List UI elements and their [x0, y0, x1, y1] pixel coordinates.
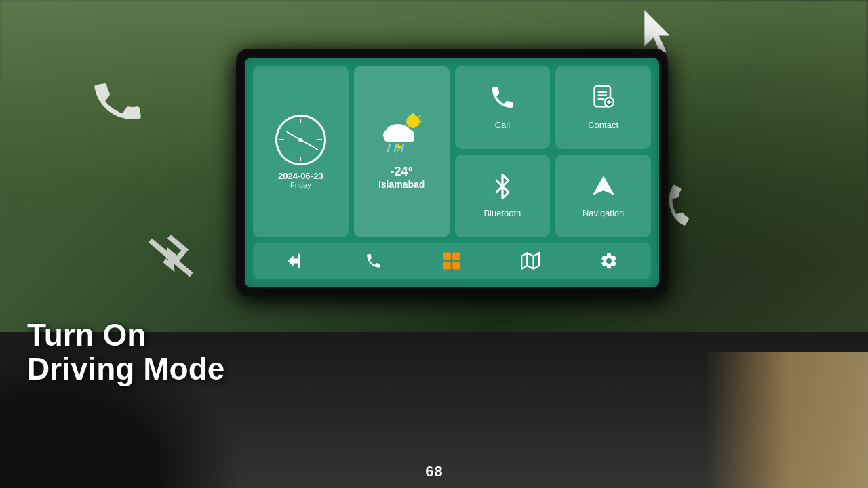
navigation-tile[interactable]: Navigation: [555, 155, 651, 238]
svg-rect-25: [443, 262, 451, 269]
weather-city: Islamabad: [378, 179, 425, 190]
nav-exit[interactable]: [258, 248, 332, 274]
svg-rect-23: [443, 253, 451, 260]
svg-marker-13: [395, 142, 402, 154]
weather-temperature: -24°: [391, 165, 413, 179]
bluetooth-label: Bluetooth: [484, 208, 521, 218]
bluetooth-tile[interactable]: Bluetooth: [455, 155, 551, 238]
clock-center-dot: [298, 138, 302, 142]
bottom-nav-bar: [253, 243, 651, 279]
svg-point-2: [406, 115, 420, 128]
main-grid: 2024-06-23 Friday: [253, 66, 651, 237]
contact-tile[interactable]: Contact: [555, 66, 651, 149]
temp-value: 68: [425, 464, 443, 481]
svg-line-12: [401, 144, 403, 151]
svg-marker-21: [593, 176, 614, 195]
contact-label: Contact: [588, 120, 618, 130]
svg-rect-22: [298, 254, 300, 268]
minute-hand: [300, 139, 319, 150]
svg-rect-26: [453, 262, 460, 269]
call-icon: [489, 84, 516, 117]
weather-icon: [378, 113, 425, 162]
weather-tile[interactable]: -24° Islamabad: [354, 66, 450, 237]
nav-phone[interactable]: [337, 248, 410, 274]
nav-settings[interactable]: [572, 248, 646, 274]
clock-tile[interactable]: 2024-06-23 Friday: [253, 66, 349, 237]
driving-mode-line2: Driving Mode: [27, 352, 224, 386]
driving-mode-line1: Turn On: [27, 318, 224, 352]
call-label: Call: [495, 120, 510, 130]
svg-marker-1: [644, 10, 670, 54]
contact-icon: [590, 84, 617, 117]
driving-mode-overlay: Turn On Driving Mode: [27, 318, 224, 386]
nav-map[interactable]: [494, 248, 567, 274]
svg-line-4: [419, 115, 420, 117]
infotainment-screen: 2024-06-23 Friday: [243, 56, 661, 289]
svg-line-10: [388, 144, 390, 151]
svg-rect-24: [453, 253, 460, 260]
svg-marker-27: [521, 253, 539, 268]
clock-day: Friday: [290, 181, 311, 189]
clock-date: 2024-06-23: [278, 171, 323, 181]
navigation-label: Navigation: [583, 208, 624, 218]
svg-rect-9: [384, 134, 414, 142]
navigation-icon: [591, 174, 616, 205]
temperature-display: 68: [425, 464, 443, 481]
decorative-phone-left: [86, 70, 151, 144]
bluetooth-icon: [490, 174, 515, 205]
call-tile[interactable]: Call: [455, 66, 551, 149]
decorative-bluetooth-left: [143, 228, 199, 298]
clock-face: [275, 115, 326, 165]
nav-apps[interactable]: [416, 248, 489, 274]
